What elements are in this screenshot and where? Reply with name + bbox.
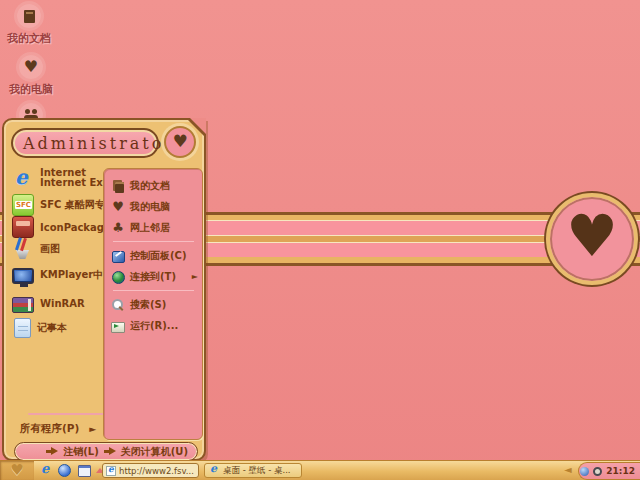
quick-launch (39, 463, 104, 478)
arrow-right-icon (104, 447, 116, 456)
menu-item-paint[interactable]: 画图 (12, 238, 104, 260)
menu-item-winrar[interactable]: WinRAR (12, 292, 104, 314)
heart-icon: ♥ (566, 207, 618, 265)
submenu-arrow-icon: ► (89, 424, 96, 434)
menu-item-label: 记事本 (37, 321, 67, 335)
menu-item-label: 搜索(S) (130, 298, 166, 312)
user-name: Administrator (23, 134, 175, 153)
desktop-icon-my-computer[interactable]: ♥ 我的电脑 (2, 55, 60, 97)
sfc-icon (12, 194, 34, 216)
clock[interactable]: 21:12 (606, 466, 635, 476)
run-icon (111, 319, 125, 333)
task-button-desktop-wallpaper[interactable]: 桌面 - 壁纸 - 桌... (204, 463, 302, 478)
heart-icon: ♥ (172, 133, 187, 150)
kmplayer-icon (12, 268, 34, 284)
documents-icon (111, 179, 125, 193)
log-off-button[interactable]: 注销(L) (63, 445, 99, 459)
address-toolbar[interactable]: http://www2.fsv... (102, 463, 199, 478)
heart-icon: ♥ (19, 55, 43, 79)
paint-icon (12, 238, 34, 260)
menu-item-label: 网上邻居 (130, 221, 170, 235)
address-input[interactable]: http://www2.fsv... (119, 466, 194, 476)
submenu-arrow-icon: ► (192, 272, 198, 281)
network-icon (111, 221, 125, 235)
menu-item-label: WinRAR (40, 298, 85, 309)
internet-explorer-icon (12, 167, 34, 189)
menu-item-run[interactable]: 运行(R)... (111, 315, 202, 336)
tray-collapse-icon[interactable]: ◄ (564, 464, 572, 475)
desktop-icon-label: 我的文档 (0, 31, 58, 46)
documents-icon (17, 4, 41, 28)
menu-item-control-panel[interactable]: 控制面板(C) (111, 245, 202, 266)
menu-item-label: 我的文档 (130, 179, 170, 193)
volume-tray-icon[interactable] (593, 467, 602, 476)
desktop: ♥ 我的文档 ♥ 我的电脑 网上邻居 Administrator ♥ Inter… (0, 0, 640, 480)
session-bar: 注销(L) 关闭计算机(U) (14, 442, 198, 461)
all-programs-button[interactable]: 所有程序(P) ► (20, 422, 96, 436)
connect-to-icon (111, 270, 125, 284)
desktop-icon-my-documents[interactable]: 我的文档 (0, 4, 58, 46)
media-player-icon[interactable] (58, 464, 71, 477)
menu-item-kmplayer[interactable]: KMPlayer中文版 (12, 264, 104, 286)
taskbar: ♥ http://www2.fsv... 桌面 - 壁纸 - 桌... ◄ 21… (0, 460, 640, 480)
menu-item-label: 我的电脑 (130, 200, 170, 214)
menu-item-label: 连接到(T) (130, 270, 176, 284)
webpage-icon (106, 466, 116, 476)
shut-down-button[interactable]: 关闭计算机(U) (121, 445, 188, 459)
search-icon (111, 298, 125, 312)
heart-icon: ♥ (10, 463, 23, 478)
all-programs-label: 所有程序(P) (20, 422, 79, 436)
notepad-icon (14, 318, 31, 338)
network-tray-icon[interactable] (580, 467, 589, 476)
arrow-right-icon (46, 447, 58, 456)
user-banner: Administrator (11, 128, 159, 158)
start-menu-places-panel: 我的文档 我的电脑 网上邻居 控制面板(C) 连接到(T) ► (103, 168, 203, 440)
iconpackager-icon (12, 216, 34, 238)
internet-explorer-icon[interactable] (39, 464, 52, 477)
menu-item-iconpackager[interactable]: IconPackager (12, 216, 104, 238)
start-button[interactable]: ♥ (0, 461, 34, 480)
menu-separator (113, 241, 194, 242)
menu-item-label: 控制面板(C) (130, 249, 186, 263)
menu-item-notepad[interactable]: 记事本 (12, 317, 104, 339)
menu-item-my-documents[interactable]: 我的文档 (111, 175, 202, 196)
menu-item-label: 画图 (40, 242, 60, 256)
task-button-label: 桌面 - 壁纸 - 桌... (223, 465, 291, 477)
menu-item-network-places[interactable]: 网上邻居 (111, 217, 202, 238)
start-menu: Administrator ♥ Internet Internet Explor… (2, 118, 206, 461)
menu-item-internet-explorer[interactable]: Internet Internet Explorer (12, 164, 104, 192)
menu-item-connect-to[interactable]: 连接到(T) ► (111, 266, 202, 287)
system-tray: 21:12 (578, 462, 640, 480)
internet-explorer-icon (209, 465, 220, 476)
control-panel-icon (111, 249, 125, 263)
menu-item-sfc[interactable]: SFC 桌酷网专用版 (12, 194, 104, 216)
desktop-icon-label: 我的电脑 (2, 82, 60, 97)
heart-icon (111, 200, 125, 214)
user-heart-badge: ♥ (164, 126, 196, 158)
menu-item-search[interactable]: 搜索(S) (111, 294, 202, 315)
desktop-heart-emblem: ♥ (546, 193, 638, 285)
menu-item-my-computer[interactable]: 我的电脑 (111, 196, 202, 217)
show-desktop-icon[interactable] (77, 464, 90, 477)
winrar-icon (12, 297, 34, 313)
menu-separator (113, 290, 194, 291)
menu-item-label: 运行(R)... (130, 319, 178, 333)
